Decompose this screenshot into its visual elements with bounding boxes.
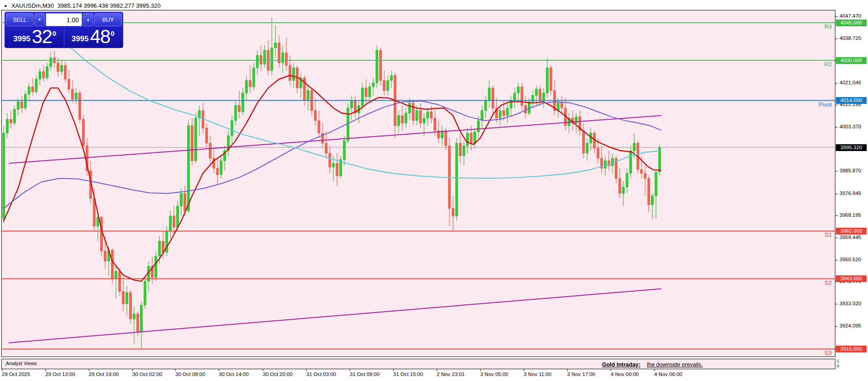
price-tick-label: 3968.195 <box>839 212 861 218</box>
analyst-views-subwindow: .Analyst Views Gold Intraday:the downsid… <box>1 359 835 369</box>
time-tick-label: 30 Oct 14:00 <box>219 371 249 377</box>
time-tick-mark <box>89 369 89 371</box>
subwindow-scale-max: 1 <box>837 359 839 363</box>
sell-price-big: 32 <box>32 28 52 46</box>
price-tick-label: 4003.370 <box>839 124 861 129</box>
price-tick-label: 3924.095 <box>839 323 861 328</box>
buy-price-big: 48 <box>90 28 111 46</box>
one-click-trading-panel: SELL ▼ ▲ BUY 3995320 3995480 <box>5 12 123 48</box>
buy-price-display[interactable]: 3995480 <box>64 28 122 47</box>
price-tick-mark <box>835 215 838 216</box>
price-tick-mark <box>835 326 838 327</box>
time-tick-label: 3 Nov 17:00 <box>567 371 595 377</box>
level-label-r2: R2 <box>0 61 832 68</box>
analyst-comment-text: the downside prevails. <box>647 361 703 368</box>
buy-price-sup: 0 <box>111 29 114 37</box>
price-badge-r3: 4045.000 <box>836 20 867 26</box>
time-tick-mark <box>524 369 524 371</box>
price-tick-mark <box>835 83 838 83</box>
time-tick-mark <box>567 369 568 371</box>
level-label-r3: R3 <box>0 23 832 30</box>
time-tick-mark <box>350 369 350 371</box>
price-badge-s3: 3915.000 <box>836 346 867 352</box>
time-tick-label: 29 Oct 13:00 <box>45 371 75 377</box>
time-tick-label: 31 Oct 15:00 <box>393 371 423 377</box>
mt5-chart-window: ▲ XAUUSDm,M30 3985.174 3996.438 3982.277… <box>0 0 868 381</box>
price-badge-s2: 3943.000 <box>836 275 867 282</box>
time-tick-label: 3 Nov 05:00 <box>480 371 508 377</box>
price-badge-r2: 4030.000 <box>836 57 867 64</box>
time-tick-mark <box>175 369 176 371</box>
price-tick-mark <box>835 238 838 238</box>
indicator-name-label: .Analyst Views <box>5 361 37 366</box>
time-tick-mark <box>2 369 2 371</box>
price-tick-mark <box>835 304 838 304</box>
buy-price-base: 3995 <box>72 32 89 46</box>
price-tick-mark <box>835 39 838 39</box>
time-tick-label: 31 Oct 03:00 <box>306 371 336 377</box>
level-label-pivot: Pivot <box>0 101 832 108</box>
time-tick-mark <box>393 369 394 371</box>
price-tick-label: 3933.020 <box>839 301 861 306</box>
price-tick-mark <box>835 127 838 127</box>
level-label-s1: S1 <box>0 231 832 238</box>
volume-input[interactable] <box>46 16 82 24</box>
time-tick-mark <box>306 369 307 371</box>
time-tick-mark <box>437 369 437 371</box>
collapse-panel-icon[interactable]: ▲ <box>4 2 8 9</box>
time-tick-label: 3 Nov 11:00 <box>524 371 551 377</box>
price-tick-label: 3959.445 <box>839 234 861 240</box>
chart-title-ohlc: 3985.174 3996.438 3982.277 3995.320 <box>58 2 161 9</box>
price-tick-label: 3950.520 <box>839 257 861 262</box>
price-tick-mark <box>835 194 838 194</box>
time-tick-label: 4 Nov 06:00 <box>654 371 682 377</box>
analyst-comment-title: Gold Intraday: <box>602 361 641 368</box>
price-badge-current: 3995.320 <box>836 144 867 151</box>
time-tick-label: 30 Oct 20:00 <box>263 371 293 377</box>
time-tick-mark <box>132 369 133 371</box>
price-tick-label: 4038.720 <box>839 35 861 41</box>
time-tick-mark <box>219 369 219 371</box>
time-tick-mark <box>263 369 263 371</box>
price-tick-label: 3976.945 <box>839 190 861 196</box>
time-tick-mark <box>654 369 655 371</box>
level-label-s2: S2 <box>0 279 832 286</box>
time-tick-label: 30 Oct 08:00 <box>175 371 205 377</box>
price-badge-pivot: 4014.000 <box>836 97 867 104</box>
price-tick-label: 4021.045 <box>839 80 861 85</box>
time-tick-label: 29 Oct 19:00 <box>89 371 119 377</box>
chart-titlebar: ▲ XAUUSDm,M30 3985.174 3996.438 3982.277… <box>4 2 161 9</box>
price-tick-mark <box>835 260 838 260</box>
price-tick-label: 3985.870 <box>839 168 861 173</box>
price-tick-label: 4047.470 <box>839 13 861 19</box>
sell-price-base: 3995 <box>13 32 30 46</box>
analyst-comment: Gold Intraday:the downside prevails. <box>602 361 703 368</box>
time-tick-label: 4 Nov 00:00 <box>611 371 639 377</box>
price-tick-mark <box>835 16 838 17</box>
subwindow-scale-min: 0 <box>837 364 839 368</box>
time-tick-label: 29 Oct 2025 <box>2 371 30 377</box>
time-tick-label: 31 Oct 09:00 <box>350 371 380 377</box>
price-tick-mark <box>835 171 838 171</box>
price-tick-mark <box>835 105 838 105</box>
time-tick-mark <box>45 369 46 371</box>
sell-price-sup: 0 <box>53 29 56 37</box>
time-tick-label: 2 Nov 23:01 <box>437 371 465 377</box>
chart-title-symbol: XAUUSDm,M30 <box>11 2 54 9</box>
time-tick-mark <box>480 369 481 371</box>
sell-price-display[interactable]: 3995320 <box>6 28 64 47</box>
level-label-s3: S3 <box>0 350 832 357</box>
time-tick-mark <box>611 369 611 371</box>
time-tick-label: 30 Oct 02:00 <box>132 371 162 377</box>
price-badge-s1: 3962.000 <box>836 228 867 234</box>
